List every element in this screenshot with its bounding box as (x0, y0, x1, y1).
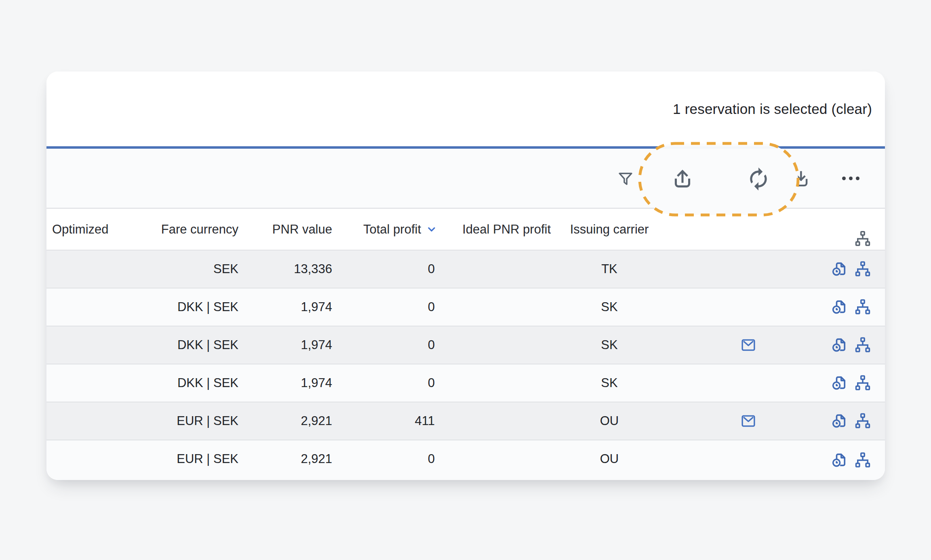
column-header-optimized[interactable]: Optimized (52, 209, 109, 250)
hierarchy-icon[interactable] (853, 374, 872, 392)
pnr-value-cell: 1,974 (301, 326, 332, 364)
total-profit-cell: 0 (428, 288, 435, 326)
document-history-icon[interactable] (830, 412, 849, 430)
table-row[interactable]: DKK | SEK1,9740SK (46, 288, 885, 326)
hierarchy-icon[interactable] (853, 229, 872, 250)
total-profit-cell: 0 (428, 251, 435, 288)
total-profit-cell: 0 (428, 364, 435, 402)
selection-status-text[interactable]: 1 reservation is selected (clear) (673, 72, 872, 146)
column-header-ideal-pnr-profit[interactable]: Ideal PNR profit (462, 209, 551, 250)
fare-currency-cell: EUR | SEK (177, 402, 238, 440)
column-header-total-profit-label: Total profit (363, 222, 421, 236)
pnr-value-cell: 1,974 (301, 364, 332, 402)
hierarchy-icon[interactable] (853, 412, 872, 430)
hierarchy-icon[interactable] (853, 336, 872, 354)
pnr-value-cell: 2,921 (301, 402, 332, 440)
selection-bar: 1 reservation is selected (clear) (46, 72, 885, 146)
document-history-icon[interactable] (830, 374, 849, 392)
fare-currency-cell: DKK | SEK (177, 288, 238, 326)
fare-currency-cell: DKK | SEK (177, 326, 238, 364)
document-history-icon[interactable] (830, 336, 849, 354)
fare-currency-cell: SEK (213, 251, 238, 288)
table-row[interactable]: EUR | SEK2,9210OU (46, 440, 885, 480)
refresh-icon[interactable] (746, 166, 771, 193)
sort-chevron-down-icon (425, 222, 438, 236)
column-header-total-profit[interactable]: Total profit (363, 209, 438, 250)
document-history-icon[interactable] (830, 260, 849, 278)
column-header-fare-currency[interactable]: Fare currency (161, 209, 238, 250)
hierarchy-icon[interactable] (853, 298, 872, 316)
reservations-card: 1 reservation is selected (clear) (46, 72, 885, 480)
document-history-icon[interactable] (830, 451, 849, 469)
page: { "selection_bar": { "text": "1 reservat… (0, 0, 931, 560)
pnr-value-cell: 1,974 (301, 288, 332, 326)
column-header-pnr-value[interactable]: PNR value (272, 209, 332, 250)
fare-currency-cell: EUR | SEK (177, 440, 238, 480)
dot (856, 177, 859, 180)
issuing-carrier-cell: OU (569, 440, 650, 480)
table-row[interactable]: DKK | SEK1,9740SK (46, 326, 885, 364)
more-options-icon[interactable] (842, 176, 865, 181)
pnr-value-cell: 2,921 (301, 440, 332, 480)
hierarchy-icon[interactable] (853, 260, 872, 278)
table-header-row: Optimized Fare currency PNR value Total … (46, 209, 885, 250)
issuing-carrier-cell: SK (569, 364, 650, 402)
total-profit-cell: 0 (428, 326, 435, 364)
pnr-value-cell: 13,336 (294, 251, 332, 288)
total-profit-cell: 411 (415, 402, 435, 440)
table-row[interactable]: SEK13,3360TK (46, 250, 885, 288)
fare-currency-cell: DKK | SEK (177, 364, 238, 402)
hierarchy-icon[interactable] (853, 451, 872, 469)
table-row[interactable]: EUR | SEK2,921411OU (46, 402, 885, 440)
dot (842, 177, 846, 180)
table-body: SEK13,3360TKDKK | SEK1,9740SKDKK | SEK1,… (46, 250, 885, 480)
mail-icon[interactable] (740, 413, 757, 429)
total-profit-cell: 0 (428, 440, 435, 480)
dot (849, 177, 853, 180)
issuing-carrier-cell: SK (569, 326, 650, 364)
issuing-carrier-cell: OU (569, 402, 650, 440)
document-history-icon[interactable] (830, 298, 849, 316)
table-row[interactable]: DKK | SEK1,9740SK (46, 364, 885, 402)
filter-icon[interactable] (616, 170, 635, 190)
download-icon[interactable] (789, 168, 811, 192)
column-header-issuing-carrier[interactable]: Issuing carrier (569, 209, 650, 250)
mail-icon[interactable] (740, 337, 757, 354)
upload-icon[interactable] (670, 166, 695, 194)
issuing-carrier-cell: SK (569, 288, 650, 326)
issuing-carrier-cell: TK (569, 251, 650, 288)
